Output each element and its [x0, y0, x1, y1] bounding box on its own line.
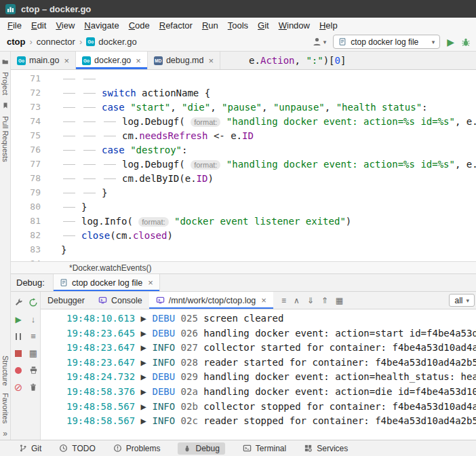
line-number[interactable]: 82	[11, 230, 52, 240]
code-line[interactable]: 82close(cm.closed)	[11, 228, 476, 242]
debug-button[interactable]	[461, 37, 471, 47]
statusbar-item-services[interactable]: Services	[304, 444, 348, 453]
code-editor[interactable]: 7172switch actionName {73case "start", "…	[11, 70, 476, 261]
breadcrumb-item[interactable]: ctop	[5, 37, 26, 47]
line-number[interactable]: 77	[11, 159, 52, 169]
close-tab-icon[interactable]: ×	[64, 56, 69, 66]
code-line[interactable]: 72switch actionName {	[11, 86, 476, 100]
debug-session-tab[interactable]: ctop docker log file ×	[53, 274, 160, 291]
rerun-icon[interactable]	[28, 298, 38, 307]
code-line[interactable]: 71	[11, 71, 476, 86]
close-tab-icon[interactable]: ×	[136, 56, 141, 66]
code-line[interactable]: 79}	[11, 185, 476, 200]
code-line[interactable]: 80}	[11, 200, 476, 214]
code-with-me-button[interactable]: ▾	[312, 37, 327, 47]
menu-item-edit[interactable]: Edit	[26, 20, 51, 31]
code-token: )[	[323, 55, 335, 66]
close-session-icon[interactable]: ×	[148, 278, 153, 288]
stop-icon[interactable]	[15, 350, 22, 357]
bookmark-icon[interactable]	[2, 102, 9, 109]
editor-tab-main.go[interactable]: Gomain.go×	[11, 52, 76, 69]
line-number[interactable]: 79	[11, 187, 52, 197]
menu-item-code[interactable]: Code	[124, 20, 155, 31]
more-tool-windows-button[interactable]: »	[3, 429, 7, 438]
debug-left-toolbar: ▶ ↓ ≡ ▦ ⊘	[11, 292, 41, 440]
menu-item-help[interactable]: Help	[315, 20, 342, 31]
line-number[interactable]: 78	[11, 173, 52, 183]
collapse-icon[interactable]: ∧	[294, 296, 300, 305]
settings-wrench-icon[interactable]	[14, 298, 23, 307]
close-tab-icon[interactable]: ×	[209, 56, 214, 66]
view-options-icon[interactable]: ≡	[281, 296, 286, 305]
run-config-selector[interactable]: ctop docker log file ▾	[333, 35, 440, 49]
code-line[interactable]: 78cm.delByID(e.ID)	[11, 171, 476, 185]
code-line[interactable]: 81log.Info( format: "docker event listen…	[11, 214, 476, 228]
view-breakpoints-icon[interactable]	[15, 367, 22, 374]
resume-icon[interactable]: ▶	[15, 316, 21, 324]
code-line[interactable]: 77log.Debugf( format: "handling docker e…	[11, 157, 476, 171]
soft-wrap-icon[interactable]: ▦	[336, 296, 343, 305]
stripe-button-pull-requests[interactable]: Pull Requests	[1, 116, 9, 162]
line-number[interactable]: 75	[11, 130, 52, 140]
view-layout-icon[interactable]: ≡	[31, 332, 36, 341]
tab-whitespace-mark	[102, 177, 122, 180]
menu-item-view[interactable]: View	[51, 20, 79, 31]
tab-whitespace-mark	[81, 191, 102, 195]
stripe-button-favorites[interactable]: Favorites	[1, 393, 9, 423]
scroll-down-icon[interactable]: ⇓	[307, 296, 314, 305]
code-line[interactable]: 83}	[11, 242, 476, 256]
clipped-code-fragment: e.Action, ":")[0]	[249, 55, 346, 66]
close-tab-icon[interactable]: ×	[261, 295, 266, 305]
pause-icon[interactable]	[16, 333, 21, 340]
line-number[interactable]: 80	[11, 202, 52, 212]
breadcrumb-item[interactable]: connector	[35, 37, 77, 47]
menu-item-file[interactable]: File	[3, 20, 26, 31]
stripe-button-project[interactable]: Project	[1, 72, 9, 95]
log-filter-selector[interactable]: all ▾	[449, 294, 475, 307]
scroll-up-icon[interactable]: ⇑	[321, 296, 328, 305]
menu-item-refactor[interactable]: Refactor	[155, 20, 197, 31]
menu-item-window[interactable]: Window	[274, 20, 315, 31]
line-number[interactable]: 83	[11, 244, 52, 254]
line-number[interactable]: 76	[11, 145, 52, 155]
line-number[interactable]: 72	[11, 88, 52, 98]
git-branch-icon	[19, 444, 27, 453]
menu-item-run[interactable]: Run	[197, 20, 223, 31]
menu-item-navigate[interactable]: Navigate	[79, 20, 123, 31]
code-line[interactable]: 74log.Debugf( format: "handling docker e…	[11, 114, 476, 128]
code-line[interactable]: 84	[11, 256, 476, 261]
editor-tab-docker.go[interactable]: Godocker.go×	[76, 52, 148, 69]
session-tab-label: ctop docker log file	[72, 278, 142, 288]
statusbar-item-problems[interactable]: Problems	[113, 444, 161, 453]
menu-item-tools[interactable]: Tools	[223, 20, 253, 31]
line-number[interactable]: 73	[11, 102, 52, 112]
statusbar-item-git[interactable]: Git	[19, 444, 41, 453]
print-icon[interactable]	[29, 366, 38, 375]
breadcrumb-item[interactable]: Godocker.go	[85, 37, 138, 47]
debug-tab-console[interactable]: Console	[92, 292, 149, 309]
debug-tab--mnt-work-ctop-ctop-log[interactable]: /mnt/work/ctop/ctop.log×	[149, 292, 273, 309]
menu-item-git[interactable]: Git	[253, 20, 274, 31]
line-number[interactable]: 74	[11, 116, 52, 126]
editor-tab-debug.md[interactable]: MDdebug.md×	[148, 52, 220, 69]
log-line: 19:48:58.567 ▶ INFO 02b collector stoppe…	[66, 400, 476, 415]
log-sequence: 025	[175, 313, 203, 324]
debug-tab-debugger[interactable]: Debugger	[41, 292, 92, 309]
log-console[interactable]: 19:48:10.613 ▶ DEBU 025 screen cleared19…	[41, 309, 476, 440]
step-down-icon[interactable]: ↓	[31, 315, 36, 324]
line-number[interactable]: 71	[11, 73, 52, 83]
run-button[interactable]: ▶	[447, 37, 454, 47]
grid-icon[interactable]: ▦	[29, 349, 37, 358]
line-number[interactable]: 81	[11, 216, 52, 226]
code-line[interactable]: 75cm.needsRefresh <- e.ID	[11, 128, 476, 142]
mute-breakpoints-icon[interactable]: ⊘	[14, 382, 23, 392]
code-text: case "start", "die", "pause", "unpause",…	[52, 102, 476, 113]
statusbar-item-debug[interactable]: Debug	[178, 442, 224, 455]
code-line[interactable]: 76case "destroy":	[11, 142, 476, 157]
clear-trash-icon[interactable]	[29, 383, 37, 392]
statusbar-item-todo[interactable]: TODO	[59, 444, 95, 453]
md-file-icon: MD	[154, 56, 163, 65]
statusbar-item-terminal[interactable]: Terminal	[243, 444, 286, 453]
code-line[interactable]: 73case "start", "die", "pause", "unpause…	[11, 100, 476, 114]
stripe-button-structure[interactable]: Structure	[1, 356, 9, 386]
